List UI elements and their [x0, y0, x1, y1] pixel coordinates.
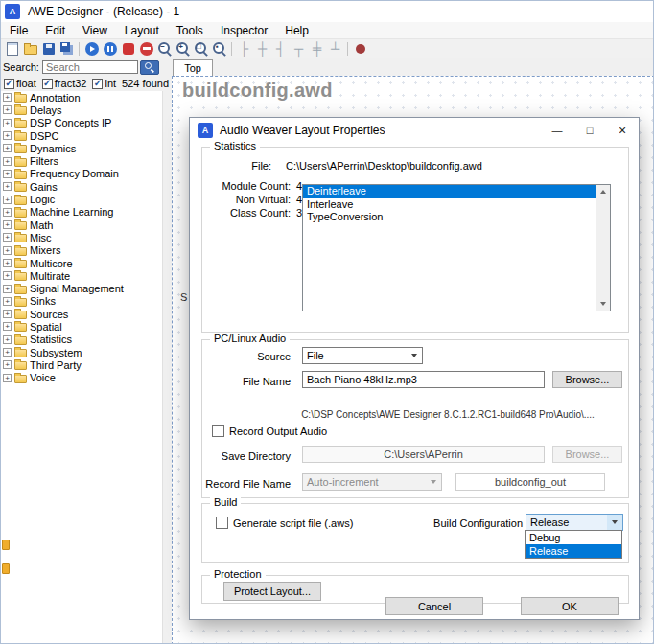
filter-fract32[interactable]: fract32: [42, 78, 87, 89]
palette-item-math[interactable]: Math: [1, 218, 162, 231]
run-layout-button[interactable]: [82, 39, 101, 58]
menu-inspector[interactable]: Inspector: [212, 22, 276, 38]
save-layout-as-button[interactable]: [58, 39, 76, 58]
palette-item-signal-management[interactable]: Signal Management: [1, 282, 162, 294]
palette-item-multirate[interactable]: Multirate: [1, 269, 162, 282]
palette-item-spatial[interactable]: Spatial: [1, 320, 162, 333]
align-bottom-button[interactable]: ┴: [326, 39, 344, 58]
filter-float[interactable]: float: [4, 78, 36, 89]
save-layout-button[interactable]: [39, 39, 58, 58]
expand-icon[interactable]: [3, 246, 12, 255]
expand-icon[interactable]: [3, 208, 12, 217]
file-name-input[interactable]: [302, 371, 545, 388]
cancel-button[interactable]: Cancel: [385, 597, 483, 615]
pause-audio-button[interactable]: [101, 39, 119, 58]
expand-icon[interactable]: [3, 233, 12, 242]
menu-tools[interactable]: Tools: [168, 22, 212, 38]
halt-target-button[interactable]: [137, 39, 155, 58]
palette-item-machine-learning[interactable]: Machine Learning: [1, 206, 162, 218]
search-input[interactable]: [42, 60, 138, 74]
record-output-checkbox[interactable]: [212, 425, 224, 437]
scroll-down-icon[interactable]: [596, 297, 610, 310]
align-middle-button[interactable]: ╪: [308, 39, 326, 58]
expand-icon[interactable]: [3, 322, 12, 331]
palette-item-multicore[interactable]: Multicore: [1, 257, 162, 269]
palette-item-delays[interactable]: Delays: [1, 104, 162, 116]
expand-icon[interactable]: [3, 131, 12, 140]
expand-icon[interactable]: [3, 374, 12, 382]
expand-icon[interactable]: [3, 360, 12, 369]
palette-item-dspc[interactable]: DSPC: [1, 129, 162, 142]
maximize-icon[interactable]: □: [573, 118, 606, 143]
palette-item-annotation[interactable]: Annotation: [1, 91, 162, 104]
listbox-scrollbar[interactable]: [596, 185, 610, 310]
search-button[interactable]: [140, 60, 159, 75]
menu-help[interactable]: Help: [276, 22, 317, 38]
expand-icon[interactable]: [3, 220, 12, 229]
tab-top[interactable]: Top: [173, 59, 213, 76]
module-list-item-interleave[interactable]: Interleave: [303, 198, 596, 212]
expand-icon[interactable]: [3, 182, 12, 191]
palette-item-logic[interactable]: Logic: [1, 193, 162, 205]
filter-int[interactable]: int: [92, 78, 116, 89]
minimize-icon[interactable]: —: [541, 118, 573, 143]
menu-edit[interactable]: Edit: [36, 22, 74, 38]
expand-icon[interactable]: [3, 285, 12, 293]
expand-icon[interactable]: [3, 93, 12, 102]
palette-item-sources[interactable]: Sources: [1, 308, 162, 320]
checkbox-icon[interactable]: [4, 79, 14, 89]
save-browse-button[interactable]: Browse...: [552, 446, 622, 463]
palette-item-filters[interactable]: Filters: [1, 154, 162, 167]
module-list-item-typeconversion[interactable]: TypeConversion: [303, 211, 596, 224]
expand-icon[interactable]: [3, 119, 12, 127]
align-top-button[interactable]: ┬: [290, 39, 308, 58]
dropdown-option-debug[interactable]: Debug: [526, 531, 621, 544]
palette-item-sinks[interactable]: Sinks: [1, 295, 162, 308]
open-layout-button[interactable]: [21, 39, 39, 58]
close-icon[interactable]: ×: [606, 118, 639, 143]
generate-script-checkbox[interactable]: [216, 517, 228, 529]
record-mode-select[interactable]: Auto-increment: [302, 473, 442, 491]
module-list-item-deinterleave[interactable]: Deinterleave: [303, 185, 596, 198]
checkbox-icon[interactable]: [92, 79, 103, 89]
palette-item-third-party[interactable]: Third Party: [1, 358, 162, 371]
expand-icon[interactable]: [3, 105, 12, 114]
build-configuration-select[interactable]: Release: [526, 514, 623, 531]
align-left-button[interactable]: ├: [235, 39, 253, 58]
palette-item-statistics[interactable]: Statistics: [1, 334, 162, 346]
expand-icon[interactable]: [3, 297, 12, 306]
palette-item-dynamics[interactable]: Dynamics: [1, 142, 162, 154]
expand-icon[interactable]: [3, 259, 12, 267]
expand-icon[interactable]: [3, 348, 12, 356]
palette-item-gains[interactable]: Gains: [1, 180, 162, 193]
ok-button[interactable]: OK: [521, 597, 619, 615]
scroll-up-icon[interactable]: [596, 185, 610, 198]
align-center-button[interactable]: ┼: [253, 39, 271, 58]
source-select[interactable]: File: [302, 347, 423, 364]
dropdown-option-release[interactable]: Release: [526, 544, 621, 558]
menu-view[interactable]: View: [74, 22, 116, 38]
stop-audio-button[interactable]: [119, 39, 137, 58]
palette-item-voice[interactable]: Voice: [1, 372, 162, 384]
palette-item-subsystem[interactable]: Subsystem: [1, 346, 162, 358]
palette-item-frequency-domain[interactable]: Frequency Domain: [1, 168, 162, 180]
protect-layout-button[interactable]: Protect Layout...: [223, 582, 321, 601]
expand-icon[interactable]: [3, 335, 12, 344]
browse-button[interactable]: Browse...: [552, 371, 622, 388]
palette-item-misc[interactable]: Misc: [1, 231, 162, 243]
expand-icon[interactable]: [3, 144, 12, 152]
window-titlebar[interactable]: A AWE Designer - (Release) - 1: [1, 1, 654, 22]
menu-layout[interactable]: Layout: [116, 22, 168, 38]
connect-target-button[interactable]: [351, 39, 369, 58]
expand-icon[interactable]: [3, 310, 12, 318]
palette-item-dsp-concepts-ip[interactable]: DSP Concepts IP: [1, 117, 162, 129]
zoom-out-button[interactable]: −: [155, 39, 174, 58]
checkbox-icon[interactable]: [42, 79, 53, 89]
panel-splitter[interactable]: [162, 91, 172, 644]
zoom-fit-button[interactable]: □: [192, 39, 210, 58]
expand-icon[interactable]: [3, 170, 12, 178]
expand-icon[interactable]: [3, 271, 12, 280]
palette-item-mixers[interactable]: Mixers: [1, 244, 162, 257]
expand-icon[interactable]: [3, 196, 12, 204]
expand-icon[interactable]: [3, 157, 12, 166]
